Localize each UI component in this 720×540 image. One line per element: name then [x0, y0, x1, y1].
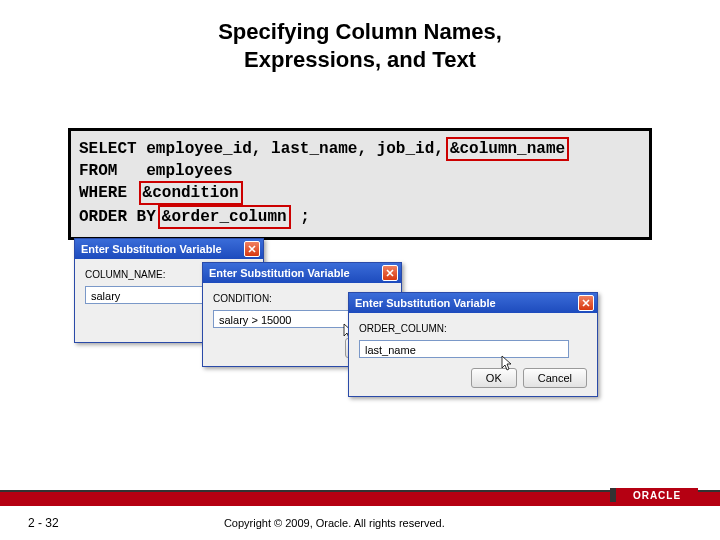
close-icon[interactable]: [382, 265, 398, 281]
substitution-var-column: &column_name: [446, 137, 569, 161]
dialog-buttons: OK Cancel: [359, 368, 587, 388]
dialog-title-text: Enter Substitution Variable: [81, 243, 222, 255]
page-number: 2 - 32: [28, 516, 59, 530]
ok-button[interactable]: OK: [471, 368, 517, 388]
dialog-titlebar: Enter Substitution Variable: [75, 239, 263, 259]
footer: 2 - 32 Copyright © 2009, Oracle. All rig…: [0, 506, 720, 540]
dialog-titlebar: Enter Substitution Variable: [203, 263, 401, 283]
prompt-label: ORDER_COLUMN:: [359, 323, 587, 334]
input-order-column[interactable]: last_name: [359, 340, 569, 358]
dialog-title-text: Enter Substitution Variable: [209, 267, 350, 279]
dialog-order-column: Enter Substitution Variable ORDER_COLUMN…: [348, 292, 598, 397]
dialog-titlebar: Enter Substitution Variable: [349, 293, 597, 313]
dialog-title-text: Enter Substitution Variable: [355, 297, 496, 309]
sql-where-kw: WHERE: [79, 184, 137, 202]
sql-order-kw: ORDER BY: [79, 208, 156, 226]
cancel-button[interactable]: Cancel: [523, 368, 587, 388]
slide-title: Specifying Column Names, Expressions, an…: [0, 18, 720, 73]
dialog-body: ORDER_COLUMN: last_name OK Cancel: [349, 313, 597, 396]
copyright-text: Copyright © 2009, Oracle. All rights res…: [59, 517, 610, 529]
substitution-var-order: &order_column: [158, 205, 291, 229]
close-icon[interactable]: [578, 295, 594, 311]
sql-code-box: SELECT employee_id, last_name, job_id,&c…: [68, 128, 652, 240]
sql-from: FROM employees: [79, 162, 233, 180]
title-line2: Expressions, and Text: [244, 47, 476, 72]
sql-terminator: ;: [291, 208, 310, 226]
title-line1: Specifying Column Names,: [218, 19, 502, 44]
oracle-logo: ORACLE: [610, 488, 698, 502]
substitution-var-condition: &condition: [139, 181, 243, 205]
close-icon[interactable]: [244, 241, 260, 257]
sql-select-cols: employee_id, last_name, job_id,: [146, 140, 444, 158]
